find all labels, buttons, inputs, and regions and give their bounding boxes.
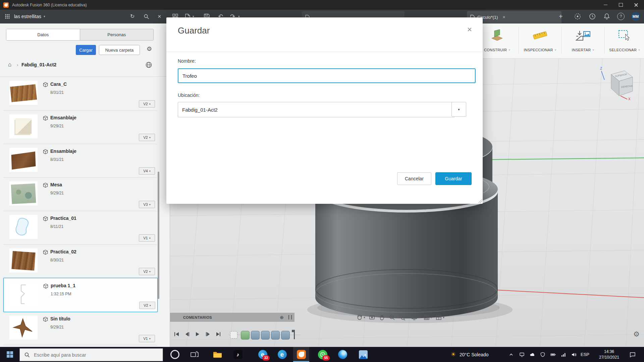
version-badge[interactable]: V1▾ [139, 234, 155, 242]
app-icon-edge[interactable]: e [274, 347, 290, 362]
action-center-icon[interactable]: 10 [629, 347, 644, 362]
globe-icon[interactable] [146, 62, 152, 69]
comments-bar[interactable]: COMENTARIOS ⊕ [170, 313, 294, 322]
app-icon-photos[interactable] [355, 347, 371, 362]
inspect-icon[interactable] [519, 28, 561, 43]
app-icon-tiktok[interactable]: ♪ [230, 347, 246, 362]
viewcube[interactable]: Z X SUPERIOR DERECHA [600, 65, 635, 101]
language-indicator[interactable]: ESP [581, 347, 589, 362]
select-icon[interactable] [605, 28, 644, 43]
timeline-feature[interactable] [261, 331, 270, 340]
timeline-play-button[interactable] [193, 330, 202, 338]
minimize-button[interactable] [598, 0, 613, 10]
dialog-close-icon[interactable]: × [467, 25, 472, 34]
extensions-icon[interactable] [574, 10, 581, 23]
panel-settings-gear-icon[interactable]: ⚙ [147, 46, 152, 52]
tab-datos[interactable]: Datos [6, 29, 80, 40]
help-icon[interactable]: ? [617, 10, 625, 23]
clock[interactable]: 14:36 27/10/2021 [595, 347, 623, 362]
home-icon[interactable]: ⌂ [8, 61, 11, 68]
start-button[interactable] [0, 347, 19, 362]
tray-cloud-icon[interactable] [530, 347, 535, 362]
breadcrumb-folder[interactable]: Fabdig_01-Act2 [21, 62, 56, 67]
tray-monitor-icon[interactable] [519, 347, 525, 362]
timeline-feature-sketch[interactable] [241, 331, 250, 340]
apps-grid-icon[interactable] [5, 10, 10, 23]
list-item-practica-01[interactable]: Practica_01 8/11/21 V1▾ [3, 211, 157, 245]
project-selector[interactable]: las estrellitas ▾ [14, 10, 45, 23]
location-dropdown-button[interactable]: ▾ [451, 102, 466, 117]
timeline-feature[interactable] [271, 331, 280, 340]
list-item-mesa[interactable]: Mesa 9/29/21 V3▾ [3, 177, 157, 211]
version-badge[interactable]: V2▾ [139, 134, 155, 141]
fit-view-icon[interactable]: ▾ [399, 314, 408, 321]
version-badge[interactable]: V2▾ [139, 302, 155, 309]
tray-network-icon[interactable] [561, 347, 566, 362]
avatar[interactable]: MM [631, 10, 640, 23]
tray-shield-icon[interactable] [540, 347, 545, 362]
grid-settings-icon[interactable]: ▾ [423, 314, 432, 321]
version-badge[interactable]: V3▾ [139, 201, 155, 208]
close-window-button[interactable] [629, 0, 644, 10]
name-input[interactable] [178, 68, 476, 83]
version-badge[interactable]: V4▾ [139, 167, 155, 175]
list-item-emsanblaje[interactable]: Emsanblaje 9/29/21 V2▾ [3, 110, 157, 144]
timeline-feature[interactable] [251, 331, 260, 340]
tray-battery-icon[interactable] [550, 347, 556, 362]
task-view-icon[interactable] [186, 347, 203, 362]
timeline-feature[interactable] [281, 331, 290, 340]
list-item-ensamblaje[interactable]: Ensamblaje 8/31/21 V4▾ [3, 144, 157, 178]
app-icon-whatsapp[interactable]: 55 [315, 347, 331, 362]
ribbon-group-seleccionar[interactable]: SELECCIONAR▾ [605, 48, 644, 52]
timeline-skip-start-button[interactable] [172, 330, 181, 338]
comments-expand-handle[interactable] [288, 315, 292, 319]
panel-scrollbar[interactable] [158, 172, 159, 299]
timeline-step-back-button[interactable] [183, 330, 192, 338]
save-button[interactable]: Guardar [435, 172, 472, 185]
timeline-settings-gear-icon[interactable]: ⚙ [633, 330, 640, 338]
app-icon-file-explorer[interactable] [209, 347, 225, 362]
pan-hand-icon[interactable] [379, 314, 385, 321]
ribbon-group-insertar[interactable]: INSERTAR▾ [562, 48, 604, 52]
timeline-playhead[interactable] [294, 330, 295, 339]
look-at-icon[interactable] [369, 314, 375, 321]
weather-icon[interactable]: ☀ [451, 347, 456, 362]
list-item-practica-02[interactable]: Practica_02 8/30/21 V2▾ [3, 244, 157, 278]
ribbon-group-inspeccionar[interactable]: INSPECCIONAR▾ [519, 48, 561, 52]
maximize-button[interactable] [613, 0, 629, 10]
app-icon-fusion-360[interactable] [293, 347, 309, 362]
app-icon-edge-badged[interactable]: e 33 [255, 347, 271, 362]
viewports-icon[interactable]: ▾ [435, 314, 444, 321]
timeline-step-forward-button[interactable] [204, 330, 212, 338]
tab-close-icon[interactable]: × [502, 14, 505, 20]
new-tab-button[interactable]: + [559, 10, 563, 23]
tab-personas[interactable]: Personas [80, 29, 154, 40]
timeline-sketch-marker[interactable] [230, 331, 237, 339]
list-item-cara-c[interactable]: Cara_C 8/31/21 V2▾ [3, 77, 157, 111]
refresh-icon[interactable]: ↻ [130, 10, 135, 23]
weather-widget[interactable]: 20°C Soleado [460, 347, 489, 362]
cancel-button[interactable]: Cancelar [397, 172, 431, 185]
list-item-prueba-selected[interactable]: prueba 1_1 1:32:15 PM V2▾ [3, 278, 158, 312]
timeline-skip-end-button[interactable] [214, 330, 223, 338]
location-input[interactable] [178, 102, 455, 117]
search-icon[interactable] [144, 10, 149, 23]
new-folder-button[interactable]: Nueva carpeta [99, 45, 140, 55]
search-input[interactable] [33, 352, 149, 358]
tray-chevron-up-icon[interactable] [508, 347, 514, 362]
tray-volume-icon[interactable] [571, 347, 577, 362]
list-item-sin-titulo[interactable]: Sin título 9/29/21 V1▾ [3, 311, 157, 345]
upload-button[interactable]: Cargar [76, 45, 96, 55]
close-panel-icon[interactable]: × [158, 10, 161, 23]
zoom-icon[interactable] [389, 314, 395, 321]
insert-icon[interactable] [562, 28, 604, 43]
taskbar-search[interactable] [19, 348, 163, 361]
app-icon-opera[interactable] [167, 347, 183, 362]
orbit-icon[interactable]: ▾ [356, 314, 365, 321]
version-badge[interactable]: V2▾ [139, 268, 155, 275]
dialog-resize-handle[interactable] [478, 199, 482, 203]
job-status-icon[interactable] [589, 10, 596, 23]
version-badge[interactable]: V2▾ [139, 100, 155, 108]
app-icon-browser[interactable] [334, 347, 351, 362]
add-comment-icon[interactable]: ⊕ [280, 315, 284, 320]
